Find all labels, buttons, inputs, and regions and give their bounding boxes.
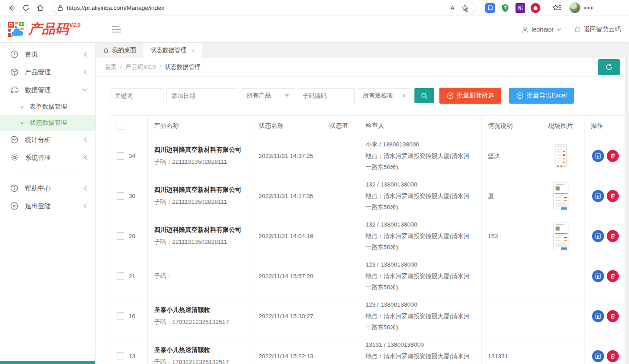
row-checkbox[interactable] <box>117 312 124 320</box>
site-photo-thumbnail[interactable] <box>555 144 567 168</box>
subcode: 子码：17032212325132517 <box>154 358 229 364</box>
address-bar[interactable]: https://pr.aliyinba.com/Manage/index A <box>53 2 476 14</box>
chevron-down-icon <box>556 28 561 31</box>
tab-bar: 我的桌面 状态数据管理 × <box>96 43 629 58</box>
username: leohaior <box>532 26 554 33</box>
sidebar-item-home[interactable]: 首页 <box>0 45 95 63</box>
plus-circle-icon <box>446 92 454 99</box>
subcode: 子码：22111313502828111 <box>154 158 241 166</box>
adblock-extension-icon[interactable] <box>531 3 540 13</box>
subcode: 子码：17032212325132517 <box>154 318 229 326</box>
keyword-input[interactable] <box>110 88 163 103</box>
user-menu[interactable]: leohaior <box>521 26 561 33</box>
delete-row-button[interactable] <box>607 270 619 282</box>
batch-export-button[interactable]: 批量导出Excel <box>509 88 574 104</box>
delete-row-button[interactable] <box>607 190 619 202</box>
checker-info: 123 / 13800138000地点：清水河罗湖投资控股大厦(清水河一路东50… <box>365 259 475 293</box>
select-caret-icon <box>403 93 406 98</box>
app-logo[interactable]: 产品码 V2.0 <box>0 20 81 39</box>
url-text[interactable]: https://pr.aliyinba.com/Manage/index <box>67 4 450 11</box>
return-cloud-link[interactable]: 返回智慧云码 <box>574 25 621 33</box>
product-name: 四川迈科隆真空新材料有限公司 <box>154 226 241 234</box>
date-input[interactable] <box>166 88 238 103</box>
product-select[interactable]: 所有产品 <box>242 88 294 103</box>
breadcrumb-section[interactable]: 产品码V2.0 <box>126 63 156 71</box>
favorites-hub-icon[interactable] <box>550 2 564 14</box>
close-tab-icon[interactable]: × <box>191 47 195 54</box>
delete-row-button[interactable] <box>607 350 619 362</box>
user-icon <box>521 26 529 33</box>
view-detail-button[interactable] <box>592 310 604 322</box>
column-status-value: 状态值 <box>323 116 359 136</box>
sidebar-item-data[interactable]: 数据管理 <box>0 81 95 99</box>
checker-info: 13131 / 13800138000地点：清水河罗湖投资控股大厦(清水河一路东… <box>365 340 475 364</box>
content-area: 所有产品 所有巡检项 批量删除所选 批量导出Excel <box>96 77 629 364</box>
caret-right-icon: > <box>20 120 23 125</box>
sidebar-subitem-form-data[interactable]: > 表单数据管理 <box>0 99 95 115</box>
browser-menu-icon[interactable]: ••• <box>580 4 597 12</box>
sidebar-item-system[interactable]: 系统管理 <box>0 149 95 166</box>
search-button[interactable] <box>414 88 434 103</box>
note: 坚决 <box>482 136 537 176</box>
view-detail-button[interactable] <box>592 150 604 162</box>
status-value <box>323 296 359 336</box>
status-value <box>323 336 359 364</box>
page-scrollbar[interactable] <box>625 43 629 364</box>
cloud-data-icon <box>10 85 19 94</box>
product-name: 圣泰小儿热速清颗粒 <box>154 306 229 314</box>
table-row: 28 四川迈科隆真空新材料有限公司子码：22111313502828111 20… <box>110 216 625 256</box>
delete-row-button[interactable] <box>607 310 619 322</box>
info-icon <box>10 184 19 193</box>
lock-icon[interactable] <box>57 5 63 11</box>
profile-avatar[interactable] <box>569 2 580 13</box>
row-checkbox[interactable] <box>117 192 124 200</box>
sidebar-subitem-status-data[interactable]: > 状态数据管理 <box>0 115 95 131</box>
status-time: 2022/11/21 14:17:35 <box>252 176 323 216</box>
sidebar-item-logout[interactable]: 退出登陆 <box>0 197 95 215</box>
row-id: 13 <box>129 353 135 360</box>
breadcrumb-home[interactable]: 首页 <box>105 63 117 71</box>
delete-row-button[interactable] <box>607 150 619 162</box>
form-icon <box>595 153 601 159</box>
sidebar-item-help[interactable]: 帮助中心 <box>0 179 95 197</box>
tab-status-data[interactable]: 状态数据管理 × <box>143 43 202 58</box>
site-photo-thumbnail[interactable] <box>553 182 568 210</box>
home-icon[interactable] <box>33 2 47 14</box>
refresh-icon[interactable] <box>19 2 33 14</box>
column-checker: 检查人 <box>359 116 482 136</box>
collapse-menu-icon[interactable] <box>112 26 122 33</box>
onenote-extension-icon[interactable]: N <box>515 3 525 13</box>
row-checkbox[interactable] <box>117 152 124 160</box>
q-extension-icon[interactable] <box>485 3 495 13</box>
refresh-page-button[interactable] <box>598 59 620 75</box>
add-favorite-icon[interactable] <box>461 4 469 12</box>
column-status-name: 状态名称 <box>252 116 323 136</box>
row-checkbox[interactable] <box>117 352 124 360</box>
main-area: 我的桌面 状态数据管理 × 首页 / 产品码V2.0 / 状态数据管理 <box>96 43 629 364</box>
inspection-select[interactable]: 所有巡检项 <box>358 88 411 103</box>
row-checkbox[interactable] <box>117 232 124 240</box>
sidebar-item-statistics[interactable]: 统计分析 <box>0 131 95 149</box>
tab-my-desktop[interactable]: 我的桌面 <box>96 43 143 58</box>
browser-toolbar: https://pr.aliyinba.com/Manage/index A N… <box>0 0 629 16</box>
view-detail-button[interactable] <box>592 190 604 202</box>
trash-icon <box>610 233 616 239</box>
subcode-input[interactable] <box>298 88 355 103</box>
view-detail-button[interactable] <box>592 350 604 362</box>
shield-extension-icon[interactable] <box>500 3 510 13</box>
select-all-checkbox[interactable] <box>117 122 124 129</box>
batch-delete-button[interactable]: 批量删除所选 <box>439 88 501 104</box>
sidebar-divider <box>11 173 85 173</box>
product-name: 四川迈科隆真空新材料有限公司 <box>154 146 241 154</box>
view-detail-button[interactable] <box>592 270 604 282</box>
site-photo-thumbnail[interactable] <box>553 222 568 250</box>
row-checkbox[interactable] <box>117 272 124 280</box>
read-aloud-icon[interactable]: A <box>450 4 455 12</box>
sidebar-item-products[interactable]: 产品管理 <box>0 63 95 81</box>
back-icon[interactable] <box>4 2 19 14</box>
delete-row-button[interactable] <box>607 230 619 242</box>
view-detail-button[interactable] <box>592 230 604 242</box>
status-time: 2022/11/14 15:30:27 <box>252 296 323 336</box>
table-row: 34 四川迈科隆真空新材料有限公司子码：22111313502828111 20… <box>110 136 625 176</box>
product-box-icon <box>10 68 19 77</box>
